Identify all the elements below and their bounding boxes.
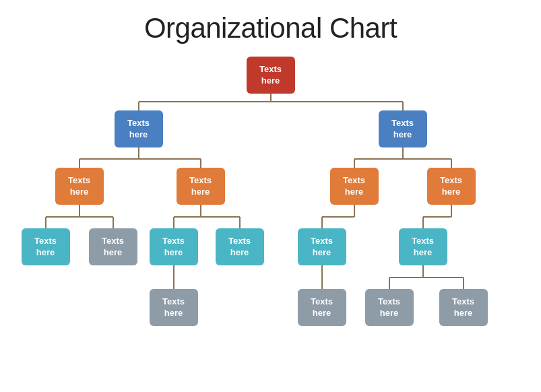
node-l4a[interactable]: Texts here — [150, 289, 198, 326]
page-title: Organizational Chart — [144, 12, 397, 44]
node-l2b[interactable]: Texts here — [177, 168, 225, 205]
node-l3f[interactable]: Texts here — [399, 228, 447, 265]
node-l4c[interactable]: Texts here — [365, 289, 414, 326]
node-l3a[interactable]: Texts here — [22, 228, 70, 265]
page: Organizational Chart — [0, 0, 541, 392]
node-l2d[interactable]: Texts here — [427, 168, 476, 205]
node-l1a[interactable]: Texts here — [115, 110, 163, 148]
node-root[interactable]: Texts here — [247, 57, 295, 94]
node-l3c[interactable]: Texts here — [150, 228, 198, 265]
node-l4b[interactable]: Texts here — [298, 289, 346, 326]
node-l2c[interactable]: Texts here — [330, 168, 379, 205]
node-l3d[interactable]: Texts here — [216, 228, 264, 265]
node-l4d[interactable]: Texts here — [439, 289, 488, 326]
node-l1b[interactable]: Texts here — [379, 110, 427, 148]
node-l3e[interactable]: Texts here — [298, 228, 346, 265]
node-l3b[interactable]: Texts here — [89, 228, 137, 265]
node-l2a[interactable]: Texts here — [55, 168, 104, 205]
org-chart: Texts here Texts here Texts here Texts h… — [15, 57, 527, 373]
